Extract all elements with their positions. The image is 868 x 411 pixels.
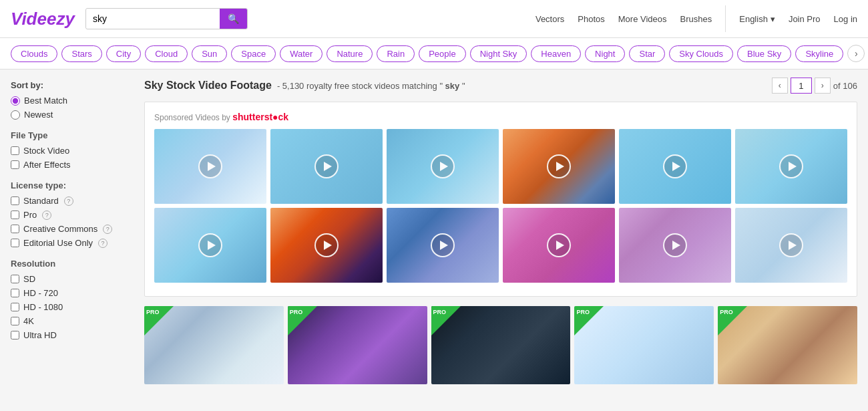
pro-thumb-5[interactable]: PRO: [718, 306, 857, 384]
pro-badge-2: PRO: [290, 309, 303, 315]
video-thumb-7[interactable]: [154, 208, 266, 283]
nav-photos[interactable]: Photos: [578, 14, 604, 24]
pro-thumb-3[interactable]: PRO: [431, 306, 571, 384]
video-thumb-9[interactable]: [387, 208, 499, 283]
page-next-button[interactable]: ›: [815, 78, 831, 94]
join-pro-link[interactable]: Join Pro: [789, 14, 821, 24]
video-thumb-2[interactable]: [270, 129, 383, 204]
sort-best-match-label: Best Match: [24, 96, 67, 106]
license-creative-commons-label: Creative Commons: [23, 224, 97, 234]
res-sd[interactable]: SD: [11, 274, 123, 284]
file-type-heading: File Type: [11, 130, 123, 140]
search-bar: 🔍: [85, 8, 248, 29]
sort-newest[interactable]: Newest: [11, 110, 123, 120]
nav-vectors[interactable]: Vectors: [535, 14, 564, 24]
res-ultra-hd-label: Ultra HD: [23, 330, 57, 340]
creative-commons-help-icon[interactable]: ?: [103, 225, 112, 234]
license-creative-commons[interactable]: Creative Commons ?: [11, 224, 123, 234]
play-button-5[interactable]: [663, 154, 687, 178]
header: Videezy 🔍 Vectors Photos More Videos Bru…: [0, 0, 868, 38]
pro-badge-4: PRO: [576, 309, 590, 315]
pro-help-icon[interactable]: ?: [42, 211, 51, 220]
video-thumb-1[interactable]: [154, 129, 266, 204]
license-type-heading: License type:: [11, 180, 123, 190]
play-button-11[interactable]: [663, 233, 687, 257]
tag-nature[interactable]: Nature: [327, 45, 373, 62]
tag-skyline[interactable]: Skyline: [795, 45, 843, 62]
res-4k[interactable]: 4K: [11, 316, 123, 326]
nav-brushes[interactable]: Brushes: [680, 14, 712, 24]
license-standard-label: Standard: [23, 196, 59, 206]
video-thumb-10[interactable]: [503, 208, 615, 283]
tag-space[interactable]: Space: [231, 45, 276, 62]
play-button-8[interactable]: [314, 233, 339, 257]
license-editorial-label: Editorial Use Only: [23, 238, 93, 248]
page-prev-button[interactable]: ‹: [772, 78, 788, 94]
tag-rain[interactable]: Rain: [377, 45, 415, 62]
pro-badge-5: PRO: [720, 309, 733, 315]
language-selector[interactable]: English ▾: [739, 14, 775, 24]
video-thumb-11[interactable]: [619, 208, 731, 283]
tag-stars[interactable]: Stars: [61, 45, 101, 62]
pro-thumb-4[interactable]: PRO: [574, 306, 714, 384]
video-thumb-4[interactable]: [503, 129, 615, 204]
tags-next-arrow[interactable]: ›: [847, 45, 865, 62]
res-hd1080[interactable]: HD - 1080: [11, 302, 123, 312]
search-input[interactable]: [86, 9, 220, 28]
total-pages: of 106: [833, 81, 857, 91]
video-thumb-8[interactable]: [270, 208, 383, 283]
tag-night-sky[interactable]: Night Sky: [470, 45, 527, 62]
sort-best-match[interactable]: Best Match: [11, 96, 123, 106]
tag-sun[interactable]: Sun: [192, 45, 227, 62]
tag-sky-clouds[interactable]: Sky Clouds: [669, 45, 733, 62]
search-button[interactable]: 🔍: [220, 9, 247, 29]
main-layout: Sort by: Best Match Newest File Type Sto…: [0, 70, 868, 400]
tag-night[interactable]: Night: [585, 45, 625, 62]
pro-thumb-2[interactable]: PRO: [288, 306, 427, 384]
file-after-effects[interactable]: After Effects: [11, 160, 123, 170]
site-logo: Videezy: [11, 9, 75, 29]
license-editorial[interactable]: Editorial Use Only ?: [11, 238, 123, 248]
file-stock-video-label: Stock Video: [23, 146, 69, 156]
nav-more-videos[interactable]: More Videos: [618, 14, 667, 24]
tag-water[interactable]: Water: [280, 45, 322, 62]
license-pro[interactable]: Pro ?: [11, 210, 123, 220]
tag-heaven[interactable]: Heaven: [531, 45, 581, 62]
play-button-3[interactable]: [431, 154, 455, 178]
tag-city[interactable]: City: [106, 45, 141, 62]
res-hd720-label: HD - 720: [23, 288, 58, 298]
pro-thumb-1[interactable]: PRO: [144, 306, 284, 384]
res-ultra-hd[interactable]: Ultra HD: [11, 330, 123, 340]
file-stock-video[interactable]: Stock Video: [11, 146, 123, 156]
play-button-2[interactable]: [314, 154, 339, 178]
video-thumb-12[interactable]: [735, 208, 847, 283]
pagination: ‹ 1 › of 106: [772, 78, 857, 94]
tag-clouds[interactable]: Clouds: [11, 45, 57, 62]
content-area: Sky Stock Video Footage - 5,130 royalty …: [134, 70, 868, 400]
tag-blue-sky[interactable]: Blue Sky: [737, 45, 791, 62]
play-button-4[interactable]: [547, 154, 571, 178]
play-button-12[interactable]: [779, 233, 803, 257]
file-after-effects-label: After Effects: [23, 160, 71, 170]
results-title: Sky Stock Video Footage: [144, 80, 272, 92]
play-button-6[interactable]: [779, 154, 803, 178]
nav-links: Vectors Photos More Videos Brushes Engli…: [535, 5, 857, 32]
play-button-1[interactable]: [198, 154, 222, 178]
video-thumb-5[interactable]: [619, 129, 731, 204]
tag-cloud[interactable]: Cloud: [145, 45, 188, 62]
video-thumb-6[interactable]: [735, 129, 847, 204]
play-button-7[interactable]: [198, 233, 222, 257]
login-link[interactable]: Log in: [834, 14, 857, 24]
play-button-10[interactable]: [547, 233, 571, 257]
play-button-9[interactable]: [431, 233, 455, 257]
pro-badge-3: PRO: [433, 309, 447, 315]
pro-badge-1: PRO: [146, 309, 160, 315]
editorial-help-icon[interactable]: ?: [98, 239, 107, 248]
sort-by-label: Sort by:: [11, 80, 43, 90]
tag-people[interactable]: People: [419, 45, 465, 62]
video-thumb-3[interactable]: [387, 129, 499, 204]
tag-star[interactable]: Star: [629, 45, 665, 62]
standard-help-icon[interactable]: ?: [64, 196, 73, 206]
license-standard[interactable]: Standard ?: [11, 196, 123, 206]
res-hd720[interactable]: HD - 720: [11, 288, 123, 298]
